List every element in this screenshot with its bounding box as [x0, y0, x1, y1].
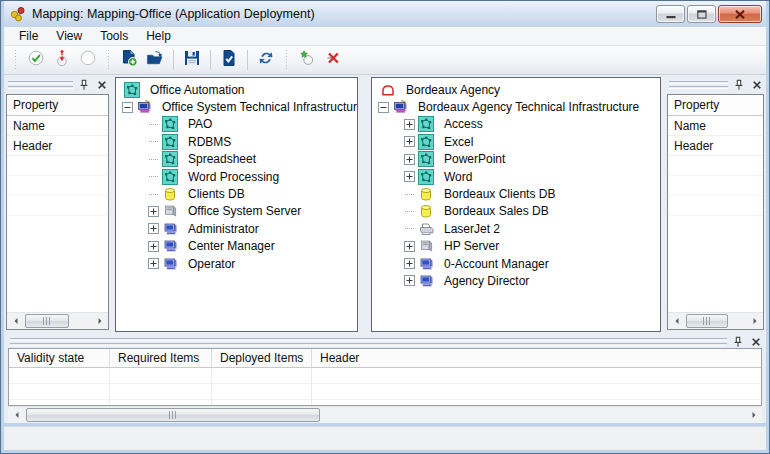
- tree-item-excel[interactable]: Excel: [372, 133, 660, 150]
- status-circle-button[interactable]: [75, 48, 101, 72]
- toolbar-grip[interactable]: [13, 50, 18, 70]
- tree-item-access[interactable]: Access: [372, 116, 660, 133]
- tree-item-bordeaux-sales-db[interactable]: Bordeaux Sales DB: [372, 203, 660, 220]
- validate-button[interactable]: [23, 48, 49, 72]
- expand-button[interactable]: [146, 206, 160, 217]
- tree-item-laserjet-2[interactable]: LaserJet 2: [372, 220, 660, 237]
- column-header-validity-state[interactable]: Validity state: [9, 349, 110, 367]
- application-icon: [418, 134, 434, 150]
- drag-grip[interactable]: [8, 81, 73, 89]
- property-column-header[interactable]: Property: [7, 95, 108, 116]
- scroll-thumb[interactable]: [686, 314, 728, 328]
- locate-button[interactable]: [49, 48, 75, 72]
- scroll-right-arrow[interactable]: [91, 313, 108, 329]
- column-header-deployed-items[interactable]: Deployed Items: [212, 349, 312, 367]
- scroll-right-arrow[interactable]: [745, 407, 762, 423]
- refresh-button[interactable]: [253, 48, 279, 72]
- collapse-button[interactable]: [120, 102, 134, 113]
- menu-file[interactable]: File: [10, 27, 47, 45]
- expand-button[interactable]: [402, 275, 416, 286]
- server-icon: [418, 238, 434, 254]
- property-row-name[interactable]: Name: [7, 116, 108, 136]
- tree-item-label: Access: [444, 117, 483, 131]
- drag-grip[interactable]: [669, 81, 728, 89]
- tree-item-operator[interactable]: Operator: [116, 255, 357, 272]
- tree-item-office-system-technical-infrastructure[interactable]: Office System Technical Infrastructure: [116, 98, 357, 115]
- tree-item-agency-director[interactable]: Agency Director: [372, 272, 660, 289]
- scroll-track[interactable]: [24, 313, 91, 329]
- minimize-button[interactable]: [656, 5, 685, 23]
- property-row-header[interactable]: Header: [668, 136, 763, 156]
- menu-help[interactable]: Help: [137, 27, 180, 45]
- scroll-right-arrow[interactable]: [746, 313, 763, 329]
- tree-item-office-system-server[interactable]: Office System Server: [116, 203, 357, 220]
- expand-button[interactable]: [146, 258, 160, 269]
- pin-button[interactable]: [76, 78, 91, 92]
- tree-item-center-manager[interactable]: Center Manager: [116, 238, 357, 255]
- property-row-name[interactable]: Name: [668, 116, 763, 136]
- property-row-empty: [668, 176, 763, 196]
- new-mapping-button[interactable]: [116, 48, 142, 72]
- expand-button[interactable]: [402, 136, 416, 147]
- menu-tools[interactable]: Tools: [91, 27, 137, 45]
- status-bar: [4, 426, 766, 450]
- tree-item-administrator[interactable]: Administrator: [116, 220, 357, 237]
- close-button[interactable]: [718, 5, 762, 23]
- horizontal-scrollbar[interactable]: [668, 312, 763, 329]
- scroll-thumb[interactable]: [26, 408, 320, 422]
- scroll-track[interactable]: [685, 313, 746, 329]
- tree-item-office-automation[interactable]: Office Automation: [116, 81, 357, 98]
- tree-item-0-account-manager[interactable]: 0-Account Manager: [372, 255, 660, 272]
- check-document-button[interactable]: [216, 48, 242, 72]
- tree-item-spreadsheet[interactable]: Spreadsheet: [116, 151, 357, 168]
- scroll-left-arrow[interactable]: [668, 313, 685, 329]
- maximize-button[interactable]: [687, 5, 716, 23]
- tree-item-bordeaux-agency[interactable]: Bordeaux Agency: [372, 81, 660, 98]
- expand-button[interactable]: [402, 258, 416, 269]
- tree-item-pao[interactable]: PAO: [116, 116, 357, 133]
- add-link-button[interactable]: [294, 48, 320, 72]
- close-panel-button[interactable]: [749, 78, 764, 92]
- open-button[interactable]: [142, 48, 168, 72]
- property-row-empty: [7, 156, 108, 176]
- tree-item-clients-db[interactable]: Clients DB: [116, 185, 357, 202]
- expand-button[interactable]: [402, 154, 416, 165]
- title-bar[interactable]: Mapping: Mapping-Office (Application Dep…: [4, 1, 766, 27]
- horizontal-scrollbar[interactable]: [8, 406, 762, 423]
- tree-item-bordeaux-clients-db[interactable]: Bordeaux Clients DB: [372, 185, 660, 202]
- toolbar-grip[interactable]: [106, 50, 111, 70]
- horizontal-scrollbar[interactable]: [7, 312, 108, 329]
- expand-button[interactable]: [402, 241, 416, 252]
- tree-item-hp-server[interactable]: HP Server: [372, 238, 660, 255]
- tree-item-powerpoint[interactable]: PowerPoint: [372, 151, 660, 168]
- collapse-button[interactable]: [376, 102, 390, 113]
- toolbar-grip[interactable]: [284, 50, 289, 70]
- expand-button[interactable]: [146, 223, 160, 234]
- column-header-required-items[interactable]: Required Items: [110, 349, 212, 367]
- delete-link-button[interactable]: [320, 48, 346, 72]
- scroll-left-arrow[interactable]: [8, 407, 25, 423]
- drag-grip[interactable]: [10, 338, 727, 346]
- scroll-left-arrow[interactable]: [7, 313, 24, 329]
- pin-button[interactable]: [730, 335, 745, 349]
- close-panel-button[interactable]: [94, 78, 109, 92]
- tree-item-word-processing[interactable]: Word Processing: [116, 168, 357, 185]
- close-panel-button[interactable]: [748, 335, 763, 349]
- expand-button[interactable]: [402, 119, 416, 130]
- tree-item-rdbms[interactable]: RDBMS: [116, 133, 357, 150]
- target-tree-panel: Bordeaux AgencyBordeaux Agency Technical…: [371, 77, 661, 332]
- tree-item-word[interactable]: Word: [372, 168, 660, 185]
- table-row: [9, 384, 761, 400]
- menu-view[interactable]: View: [47, 27, 91, 45]
- tree-item-bordeaux-agency-technical-infrastructure[interactable]: Bordeaux Agency Technical Infrastructure: [372, 98, 660, 115]
- expand-button[interactable]: [146, 241, 160, 252]
- scroll-thumb[interactable]: [25, 314, 69, 328]
- property-row-header[interactable]: Header: [7, 136, 108, 156]
- server-icon: [162, 203, 178, 219]
- save-button[interactable]: [179, 48, 205, 72]
- column-header-header[interactable]: Header: [312, 349, 761, 367]
- scroll-track[interactable]: [25, 407, 745, 423]
- expand-button[interactable]: [402, 171, 416, 182]
- property-column-header[interactable]: Property: [668, 95, 763, 116]
- pin-button[interactable]: [731, 78, 746, 92]
